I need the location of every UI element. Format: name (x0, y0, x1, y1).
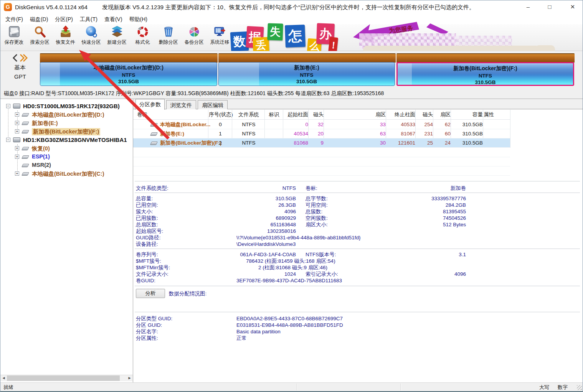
detail-value: 786432 (柱面:81459 磁头:168 扇区:54) (246, 258, 335, 264)
column-header[interactable]: 属性 (484, 110, 510, 119)
partition-box-d[interactable]: 本地磁盘(BitLocker加密)(D:) NTFS 310.5GB (40, 62, 217, 86)
toolbar-button-format[interactable]: 格式化 (130, 24, 155, 50)
partition-icon (21, 122, 29, 125)
status-separator (400, 384, 401, 390)
detail-label: 总容量: (136, 195, 153, 202)
partition-box-f-selected[interactable]: 新加卷(BitLocker加密)(F:) NTFS 310.5GB (396, 62, 574, 86)
toolbar-label: 备份分区 (185, 39, 204, 46)
minimize-button[interactable]: – (519, 0, 537, 14)
detail-row: $MFTMirr簇号:2 (柱面:81068 磁头:9 扇区:46) (133, 264, 583, 271)
format-icon (136, 25, 149, 38)
tree-item-volume-f-selected[interactable]: + 新加卷(BitLocker加密)(F:) (0, 127, 133, 136)
tab-browse-files[interactable]: 浏览文件 (166, 100, 196, 109)
column-header[interactable]: 磁头 (416, 110, 433, 119)
save-changes-icon (8, 25, 21, 38)
detail-row: 总扇区数:651163648 扇区大小:512 Bytes (133, 221, 583, 228)
disk-band[interactable] (40, 53, 218, 63)
tab-strip: 分区参数 浏览文件 扇区编辑 (133, 99, 583, 109)
menu-file[interactable]: 文件(F) (2, 14, 26, 24)
scroll-left-icon[interactable]: ◀ (0, 375, 7, 381)
column-header[interactable]: 磁头 (309, 110, 324, 119)
detail-label: 总扇区数: (136, 221, 158, 228)
toolbar-button-system-migration[interactable]: 系统迁移 (207, 24, 233, 50)
column-header[interactable]: 扇区 (434, 110, 451, 119)
partition-box-e[interactable]: 新加卷(E:) NTFS 310.5GB (218, 62, 395, 86)
table-row-d[interactable]: 本地磁盘(BitLocker... 0 NTFS 0 32 33 40533 2… (133, 120, 510, 129)
toolbar-button-recover-files[interactable]: 恢复文件 (53, 24, 78, 50)
toolbar-button-delete-partition[interactable]: 删除分区 (155, 24, 181, 50)
expand-icon[interactable]: + (15, 146, 19, 150)
allocation-map-label: 数据分配情况图: (169, 290, 206, 297)
column-header[interactable]: 标识 (265, 110, 283, 119)
toolbar-label: 格式化 (135, 39, 150, 46)
analyze-button[interactable]: 分析 (136, 289, 165, 298)
column-header[interactable]: 容量 (451, 110, 483, 119)
expand-icon[interactable]: + (15, 112, 19, 117)
tree-item-label: 新加卷(E:) (32, 120, 58, 127)
cell-end-sector: 24 (434, 138, 451, 148)
menu-help[interactable]: 帮助(H) (126, 14, 151, 24)
cell-volume-name: 本地磁盘(BitLocker... (160, 120, 210, 129)
toolbar-button-backup-partition[interactable]: 备份分区 (181, 24, 207, 50)
expand-icon[interactable]: + (15, 155, 19, 159)
tree-item-label: HD0:ST1000LM035-1RK172(932GB) (23, 103, 120, 109)
tree-item-msr[interactable]: MSR(2) (0, 161, 133, 170)
menu-view[interactable]: 查看(V) (101, 14, 126, 24)
detail-value: 1024 (191, 271, 296, 277)
separator (135, 286, 580, 286)
disk-nav-forward-icon (20, 54, 27, 61)
toolbar-button-quick-partition[interactable]: 快速分区 (78, 24, 104, 50)
detail-value: 6890929 (191, 215, 296, 221)
detail-label: 卷GUID: (136, 277, 155, 284)
partition-icon (21, 147, 29, 150)
partition-icon (21, 172, 29, 176)
toolbar-button-save-changes[interactable]: 保存更改 (1, 24, 27, 50)
tree-item-local-disk-c[interactable]: + 本地磁盘(BitLocker加密)(C:) (0, 170, 133, 178)
detail-row: 已用簇数:6890929 空闲簇数:74504526 (133, 215, 583, 221)
disk-partition-bar: 基本 GPT 本地磁盘(BitLocker加密)(D:) NTFS 310.5G… (0, 51, 583, 88)
disk-nav-icons[interactable] (12, 54, 30, 62)
tree-item-local-disk-d[interactable]: + 本地磁盘(BitLocker加密)(D:) (0, 110, 133, 119)
scroll-right-icon[interactable]: ▶ (126, 375, 133, 381)
table-row-f-selected[interactable]: 新加卷(BitLocker加密)(F:) 2 NTFS 81068 9 30 1… (133, 138, 510, 148)
cell-start-cylinder: 0 (284, 120, 308, 129)
menu-partition[interactable]: 分区(P) (51, 14, 76, 24)
close-button[interactable]: ✕ (564, 0, 581, 14)
cell-start-cylinder: 81068 (284, 138, 308, 148)
tree-item-recovery[interactable]: + 恢复(0) (0, 144, 133, 153)
separator (135, 249, 580, 249)
tab-partition-parameters[interactable]: 分区参数 (135, 99, 165, 110)
resize-grip[interactable] (577, 385, 582, 390)
tree-item-volume-e[interactable]: + 新加卷(E:) (0, 119, 133, 127)
tree-item-esp[interactable]: + ESP(1) (0, 153, 133, 161)
column-header[interactable]: 卷标 (137, 110, 147, 119)
collapse-icon[interactable]: − (6, 104, 10, 108)
scrollbar-thumb[interactable] (7, 376, 120, 381)
tree-horizontal-scrollbar[interactable]: ◀ ▶ (0, 375, 133, 381)
menu-disk[interactable]: 磁盘(D) (26, 14, 51, 24)
tree-item-hd1[interactable]: − HD1:KBG30ZMS128GNVMeTOSHIBA1 (0, 136, 133, 144)
menu-tools[interactable]: 工具(T) (76, 14, 101, 24)
column-header[interactable]: 扇区 (324, 110, 386, 119)
tree-item-hd0[interactable]: − HD0:ST1000LM035-1RK172(932GB) (0, 102, 133, 110)
toolbar-button-new-partition[interactable]: 新建分区 (104, 24, 130, 50)
column-header[interactable]: 终止柱面 (386, 110, 415, 119)
table-row-e[interactable]: 新加卷(E:) 1 NTFS 40534 20 63 81067 231 60 … (133, 129, 510, 138)
toolbar-label: 搜索分区 (30, 39, 50, 46)
column-header[interactable]: 起始柱面 (284, 110, 308, 119)
ad-censored-mosaic (456, 36, 512, 46)
expand-icon[interactable]: + (15, 121, 19, 125)
toolbar-button-search-partition[interactable]: 搜索分区 (27, 24, 53, 50)
disk-band[interactable] (218, 53, 396, 63)
collapse-icon[interactable]: − (6, 138, 10, 142)
detail-label: 可用空间: (306, 202, 328, 208)
disk-band[interactable] (396, 53, 575, 63)
tab-sector-edit[interactable]: 扇区编辑 (198, 100, 228, 109)
column-header[interactable]: 文件系统 (233, 110, 265, 119)
expand-icon[interactable]: + (15, 171, 19, 176)
column-header[interactable]: 序号(状态) (209, 110, 232, 119)
expand-icon[interactable]: + (15, 129, 19, 133)
maximize-button[interactable]: □ (541, 0, 558, 14)
grid-lines (133, 175, 510, 176)
detail-value: 512 Bytes (363, 221, 466, 228)
